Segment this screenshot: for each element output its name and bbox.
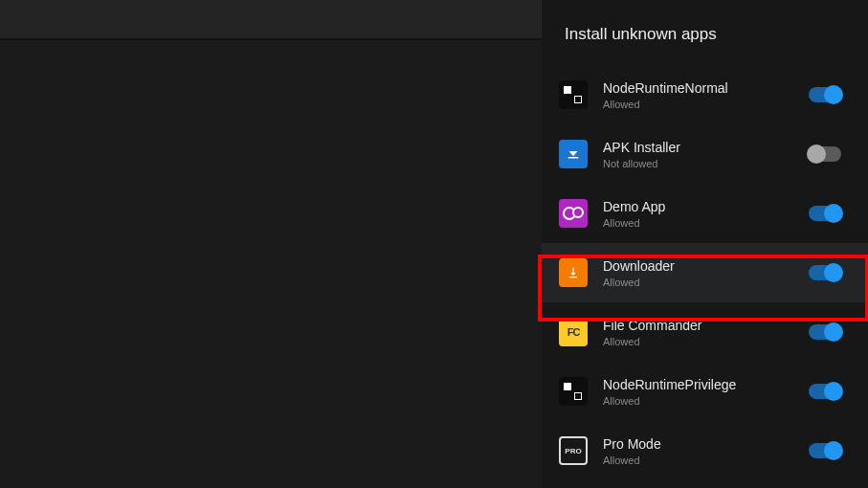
app-status: Not allowed: [603, 158, 809, 169]
list-item[interactable]: Demo App Allowed: [542, 184, 868, 243]
toggle-switch[interactable]: [809, 206, 841, 221]
toggle-switch[interactable]: [809, 87, 841, 102]
toggle-switch[interactable]: [809, 384, 841, 399]
app-name: NodeRuntimePrivilege: [603, 377, 809, 392]
app-name: File Commander: [603, 318, 809, 333]
list-item-downloader[interactable]: Downloader Allowed: [542, 243, 868, 302]
list-item-text: NodeRuntimePrivilege Allowed: [588, 377, 809, 407]
list-item-text: Pro Mode Allowed: [588, 436, 809, 466]
toggle-switch[interactable]: [809, 265, 841, 280]
downloader-icon: [559, 258, 588, 287]
app-status: Allowed: [603, 217, 809, 229]
list-item-text: File Commander Allowed: [588, 318, 809, 347]
app-list: NodeRuntimeNormal Allowed APK Installer …: [542, 65, 868, 480]
toggle-switch[interactable]: [809, 443, 841, 458]
toggle-switch[interactable]: [809, 146, 841, 162]
app-status: Allowed: [603, 277, 809, 288]
panel-title: Install unknown apps: [542, 0, 868, 65]
app-status: Allowed: [603, 99, 809, 110]
settings-screen: Install unknown apps NodeRuntimeNormal A…: [0, 0, 868, 488]
apk-icon: [559, 140, 588, 168]
app-name: NodeRuntimeNormal: [603, 80, 809, 96]
app-status: Allowed: [603, 395, 809, 407]
file-icon: FC: [559, 318, 588, 346]
left-pane-header: [0, 0, 542, 40]
app-status: Allowed: [603, 336, 809, 347]
app-name: Pro Mode: [603, 436, 809, 452]
pro-icon: PRO: [559, 436, 588, 465]
toggle-switch[interactable]: [809, 324, 841, 340]
node-icon: [559, 80, 588, 109]
list-item[interactable]: NodeRuntimeNormal Allowed: [542, 65, 868, 124]
app-name: Downloader: [603, 258, 809, 274]
list-item-text: NodeRuntimeNormal Allowed: [588, 80, 809, 110]
app-status: Allowed: [603, 455, 809, 466]
app-name: APK Installer: [603, 140, 809, 155]
list-item[interactable]: PRO Pro Mode Allowed: [542, 421, 868, 480]
demo-icon: [559, 199, 588, 228]
list-item-text: Demo App Allowed: [588, 199, 809, 229]
list-item[interactable]: NodeRuntimePrivilege Allowed: [542, 362, 868, 421]
svg-rect-1: [569, 277, 577, 277]
app-name: Demo App: [603, 199, 809, 214]
left-pane: [0, 0, 542, 488]
list-item[interactable]: FC File Commander Allowed: [542, 302, 868, 362]
list-item-text: Downloader Allowed: [588, 258, 809, 288]
node-icon: [559, 377, 588, 406]
svg-rect-0: [568, 157, 579, 159]
install-unknown-apps-panel: Install unknown apps NodeRuntimeNormal A…: [542, 0, 868, 488]
list-item-text: APK Installer Not allowed: [588, 140, 809, 169]
list-item[interactable]: APK Installer Not allowed: [542, 124, 868, 184]
